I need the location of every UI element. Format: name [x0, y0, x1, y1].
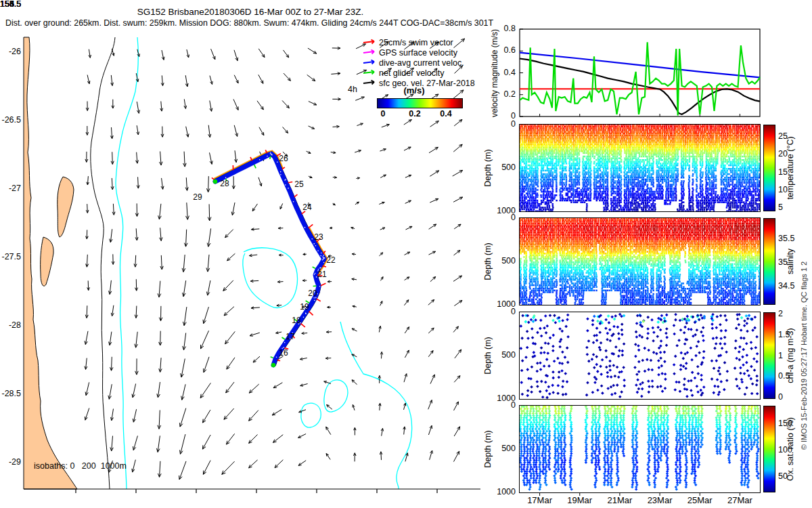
- island-0: [58, 177, 74, 237]
- date-tick-label: 19Mar: [560, 496, 600, 505]
- depth-panel-salinity: [520, 218, 760, 305]
- island-1: [41, 237, 53, 286]
- velocity-series-2: [520, 42, 760, 115]
- isobath-200m: [91, 37, 115, 489]
- legend-velocity-colorbar: [377, 98, 463, 108]
- date-tick-label: 21Mar: [600, 496, 640, 505]
- track-end-marker: [213, 179, 217, 184]
- map-x-tick-label: 156.5: [0, 0, 21, 9]
- velocity-y-tick-label: 0.8: [491, 24, 516, 33]
- colorbar-axis-label: salinity: [786, 249, 795, 274]
- isobath-1000m-closed-3: [340, 322, 412, 489]
- legend-item-label: dive-avg current veloc.: [379, 59, 464, 68]
- depth-tick-label: 500: [486, 351, 516, 360]
- colorbar-tick-label: 5: [778, 203, 783, 212]
- figure-title: SG152 Brisbane20180306D 16-Mar 00Z to 27…: [41, 7, 460, 17]
- map-y-tick-label: -28: [0, 321, 21, 330]
- date-tick-label: 17Mar: [520, 496, 560, 505]
- isobath-1000m-closed-2: [301, 403, 321, 427]
- map-y-tick-label: -28.5: [0, 389, 21, 398]
- depth-tick-label: 500: [486, 257, 516, 266]
- colorbar-salinity: [763, 218, 775, 305]
- dive-number-label: 21: [317, 270, 326, 279]
- dive-avg-current-track: [215, 154, 324, 365]
- colorbar-oxygen: [763, 406, 775, 492]
- dive-number-label: 16: [279, 349, 288, 358]
- legend-marker-2: [363, 60, 374, 64]
- track-start-marker: [271, 363, 275, 367]
- legend-colorbar-tick: 0: [373, 110, 393, 119]
- map-y-tick-label: -26.5: [0, 116, 21, 125]
- legend-item-label: sfc geo. vel. 27-Mar-2018: [379, 79, 475, 88]
- depth-tick-label: 500: [486, 444, 516, 453]
- figure-root: SG152 Brisbane20180306D 16-Mar 00Z to 27…: [0, 0, 812, 508]
- colorbar-axis-label: chl-a (mg m-3): [786, 328, 795, 383]
- isobaths-label: isobaths: 0 200 1000m: [34, 462, 127, 471]
- legend-item-label: net glider velocity: [379, 69, 445, 78]
- colorbar-tick-label: 1: [778, 352, 783, 360]
- colorbar-temperature: [763, 125, 775, 211]
- dive-number-label: 23: [314, 233, 323, 242]
- dive-number-label: 20: [308, 289, 317, 298]
- map-y-tick-label: -27: [0, 184, 21, 193]
- dive-number-label: 22: [326, 256, 335, 265]
- legend-marker-4: [363, 81, 374, 85]
- dive-number-label: 25: [294, 180, 303, 189]
- colorbar-tick-label: 2: [778, 310, 783, 318]
- legend-marker-1: [363, 50, 374, 54]
- colorbar-tick-label: 35.5: [778, 234, 794, 243]
- legend-marker-0: [363, 40, 374, 44]
- sfc-geo-track-line: [215, 152, 327, 366]
- colorbar-tick-label: 34.5: [778, 282, 794, 291]
- legend-colorbar-tick: 0.4: [436, 110, 456, 119]
- depth-tick-label: 500: [486, 163, 516, 172]
- velocity-y-tick-label: 0.4: [491, 68, 516, 77]
- figure-subtitle: Dist. over ground: 265km. Dist. swum: 25…: [5, 19, 493, 28]
- dive-number-label: 17: [286, 333, 294, 341]
- map-y-tick-label: -26: [0, 47, 21, 56]
- legend-time-scale-label: 4h: [348, 85, 357, 94]
- colorbar-axis-label: temperature (°C): [786, 136, 795, 199]
- colorbar-axis-label: Ox. sat. ratio (%): [786, 417, 795, 481]
- isobath-1000m-closed-0: [243, 248, 298, 308]
- legend-colorbar-tick: 0.2: [405, 110, 425, 119]
- isobath-1000m: [116, 37, 138, 489]
- velocity-y-tick-label: 0.6: [491, 46, 516, 55]
- depth-tick-label: 0: [486, 213, 516, 222]
- dive-number-label: 19: [300, 303, 309, 312]
- velocity-y-tick-label: 0.2: [491, 90, 516, 99]
- dive-number-label: 28: [220, 179, 229, 188]
- depth-tick-label: 0: [486, 120, 516, 129]
- dive-number-label: 29: [193, 193, 202, 202]
- depth-tick-label: 0: [486, 401, 516, 410]
- depth-tick-label: 1000: [486, 488, 516, 496]
- dive-number-label: 26: [279, 154, 288, 163]
- depth-panel-oxygen: [520, 406, 760, 492]
- date-tick-label: 25Mar: [679, 496, 720, 505]
- colorbar-chl: [763, 312, 775, 399]
- depth-panel-temperature: [520, 125, 760, 211]
- depth-panel-chl: [520, 312, 760, 399]
- date-tick-label: 23Mar: [639, 496, 680, 505]
- legend-item-label: 25cm/s swim vector: [379, 39, 453, 47]
- map-y-tick-label: -29: [0, 458, 21, 467]
- dive-number-label: 18: [292, 316, 300, 325]
- velocity-panel: [520, 29, 760, 117]
- legend-item-label: GPS surface velocity: [379, 49, 457, 58]
- dive-number-label: 24: [302, 203, 311, 212]
- map-y-tick-label: -27.5: [0, 253, 21, 261]
- depth-tick-label: 0: [486, 308, 516, 316]
- imos-watermark: © IMOS 15-Feb-2019 05:27:17 Hobart time.…: [800, 261, 809, 450]
- date-tick-label: 27Mar: [719, 496, 760, 505]
- colorbar-tick-label: 0: [778, 393, 783, 402]
